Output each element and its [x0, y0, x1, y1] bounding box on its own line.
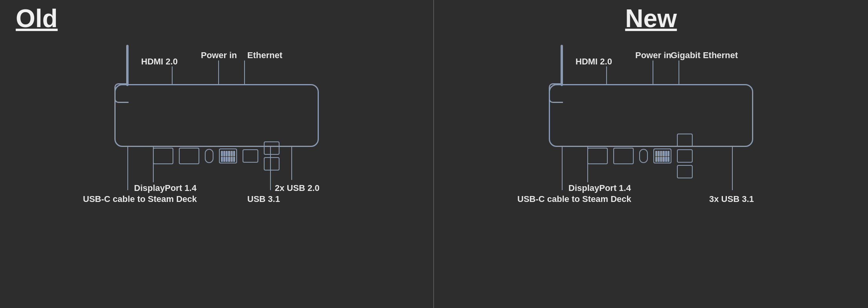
old-usb31-line — [270, 147, 271, 190]
old-port-dp — [153, 148, 173, 164]
old-power-in-label: Power in — [201, 50, 237, 60]
old-hdmi-line — [172, 66, 173, 85]
new-port-dp — [587, 148, 608, 164]
new-port-usb31-mid — [677, 149, 693, 163]
old-dp-line — [153, 147, 154, 182]
new-panel: New — [434, 0, 868, 308]
new-port-ethernet — [653, 148, 671, 163]
old-port-usb20-bottom — [264, 157, 280, 170]
old-power-in-line — [218, 60, 219, 85]
old-eth-line — [244, 60, 245, 85]
new-usb31-line — [732, 147, 733, 190]
new-dp-label: DisplayPort 1.4 — [568, 183, 631, 193]
old-port-usb20-top — [264, 141, 280, 155]
old-port-ethernet — [219, 148, 237, 163]
new-port-usb31-top — [677, 134, 693, 147]
new-usbc-label: USB-C cable to Steam Deck — [517, 194, 631, 204]
old-title: Old — [16, 4, 58, 33]
old-eth-label: Ethernet — [247, 50, 282, 60]
old-panel: Old — [0, 0, 434, 308]
new-eth-label: Gigabit Ethernet — [671, 50, 738, 60]
new-dp-line — [587, 147, 588, 182]
new-eth-line — [679, 60, 679, 85]
new-dock-area: Power in HDMI 2.0 Gigabit Ethernet Displ… — [517, 45, 785, 233]
new-usbc-line — [562, 147, 563, 190]
new-hdmi-line — [606, 66, 607, 85]
new-port-usbc-power — [639, 149, 648, 163]
old-dp-label: DisplayPort 1.4 — [134, 183, 197, 193]
old-usb31-label: USB 3.1 — [247, 194, 280, 204]
new-cable-up — [561, 45, 563, 86]
new-port-usb31-bot — [677, 165, 693, 178]
old-hdmi-label: HDMI 2.0 — [141, 57, 178, 67]
new-dock-body — [549, 84, 753, 147]
old-usbc-line — [127, 147, 128, 190]
old-dock-body — [114, 84, 319, 147]
old-ports — [153, 132, 349, 180]
new-port-hdmi — [613, 148, 634, 164]
new-usb31-label: 3x USB 3.1 — [709, 194, 754, 204]
old-cable-up — [126, 45, 129, 86]
old-port-usb31 — [243, 149, 258, 163]
old-port-usb20-group — [264, 141, 280, 170]
new-power-in-label: Power in — [635, 50, 671, 60]
new-power-in-line — [653, 60, 653, 85]
old-usb20-line — [291, 147, 292, 180]
old-port-usbc-power — [205, 149, 213, 163]
old-port-hdmi — [179, 148, 199, 164]
new-ports — [587, 132, 784, 180]
old-dock-area: Power in HDMI 2.0 Ethernet DisplayPort 1… — [83, 45, 350, 233]
new-port-usb31-group — [677, 134, 693, 178]
old-usb20-label: 2x USB 2.0 — [275, 183, 320, 193]
new-hdmi-label: HDMI 2.0 — [576, 57, 612, 67]
new-title: New — [625, 4, 677, 33]
old-usbc-label: USB-C cable to Steam Deck — [83, 194, 197, 204]
